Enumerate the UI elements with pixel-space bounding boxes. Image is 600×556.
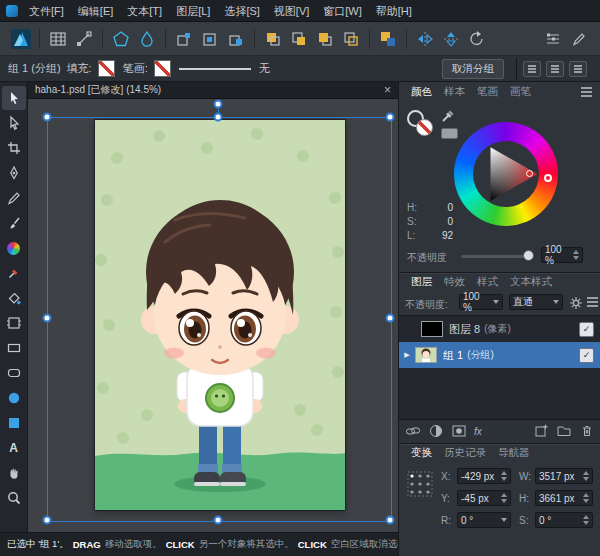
pen-tool[interactable]	[2, 161, 26, 185]
menu-layer[interactable]: 图层[L]	[169, 0, 217, 22]
panel-extra-icon-3[interactable]	[569, 61, 587, 77]
arrange-forward-icon[interactable]	[314, 28, 336, 50]
paint-brush-tool[interactable]	[2, 211, 26, 235]
shade-indicator[interactable]	[526, 170, 533, 177]
tab-brushes[interactable]: 画笔	[504, 85, 537, 99]
new-layer-icon[interactable]	[533, 423, 549, 441]
color-opacity-input[interactable]: 100 %	[541, 247, 583, 263]
rotate-icon[interactable]	[466, 28, 488, 50]
paint-drop-icon[interactable]	[136, 28, 158, 50]
fill-tool[interactable]	[2, 286, 26, 310]
selection-handle[interactable]	[43, 314, 52, 323]
stepper-arrows[interactable]	[583, 515, 589, 525]
selection-handle[interactable]	[43, 113, 52, 122]
stepper-arrows[interactable]	[583, 471, 589, 481]
pencil-tool[interactable]	[2, 186, 26, 210]
s-input[interactable]: 0 °	[535, 512, 593, 528]
tab-effects[interactable]: 特效	[438, 275, 471, 289]
stroke-swatch[interactable]	[154, 60, 171, 77]
selection-handle[interactable]	[386, 314, 395, 323]
insert-behind-icon[interactable]	[173, 28, 195, 50]
adjustment-icon[interactable]	[428, 423, 444, 441]
tab-transform[interactable]: 变换	[405, 446, 438, 460]
pentagon-shape-icon[interactable]	[110, 28, 132, 50]
menu-view[interactable]: 视图[V]	[267, 0, 316, 22]
document-tab[interactable]: haha-1.psd [已修改] (14.5%)	[28, 83, 377, 97]
arrange-front-icon[interactable]	[340, 28, 362, 50]
square-tool[interactable]	[2, 411, 26, 435]
menu-window[interactable]: 窗口[W]	[316, 0, 369, 22]
zoom-tool[interactable]	[2, 486, 26, 510]
tab-styles[interactable]: 样式	[471, 275, 504, 289]
fill-swatch[interactable]	[98, 60, 115, 77]
anchor-point-selector[interactable]	[407, 471, 433, 499]
tab-color[interactable]: 颜色	[405, 85, 438, 99]
panel-menu-icon[interactable]	[581, 91, 592, 93]
tab-text-styles[interactable]: 文本样式	[504, 275, 558, 289]
layer-row[interactable]: 图层 8 (像素) ✓	[399, 316, 600, 342]
insert-inside-icon[interactable]	[199, 28, 221, 50]
panel-extra-icon-2[interactable]	[546, 61, 564, 77]
swap-fill-icon[interactable]	[377, 28, 399, 50]
crop-tool[interactable]	[2, 136, 26, 160]
stepper-arrows[interactable]	[583, 493, 589, 503]
pan-tool[interactable]	[2, 461, 26, 485]
stepper-arrows[interactable]	[501, 493, 507, 503]
new-group-icon[interactable]	[556, 423, 572, 441]
panel-extra-icon-1[interactable]	[523, 61, 541, 77]
stepper-arrows[interactable]	[501, 471, 507, 481]
layer-thumbnail[interactable]	[421, 321, 443, 337]
mask-icon[interactable]	[451, 423, 467, 441]
x-input[interactable]: -429 px	[457, 468, 511, 484]
color-opacity-slider[interactable]	[461, 255, 531, 258]
layers-opacity-dropdown[interactable]: 100 %	[459, 294, 503, 310]
text-tool[interactable]: A	[2, 436, 26, 460]
hsl-triangle[interactable]	[454, 122, 558, 226]
selection-handle[interactable]	[43, 516, 52, 525]
close-tab-icon[interactable]: ×	[377, 83, 398, 97]
fill-color-selector[interactable]	[416, 119, 433, 136]
color-picker-tool[interactable]	[2, 261, 26, 285]
tab-swatches[interactable]: 样本	[438, 85, 471, 99]
stroke-width-value[interactable]: 无	[259, 61, 270, 76]
insert-on-top-icon[interactable]	[225, 28, 247, 50]
tab-stroke[interactable]: 笔画	[471, 85, 504, 99]
link-layer-icon[interactable]	[405, 423, 421, 441]
color-wheel[interactable]	[454, 122, 558, 226]
layer-effects-button[interactable]: fx	[474, 426, 482, 437]
ellipse-tool[interactable]	[2, 386, 26, 410]
y-input[interactable]: -45 px	[457, 490, 511, 506]
flip-vertical-icon[interactable]	[440, 28, 462, 50]
stepper-arrows[interactable]	[573, 250, 579, 260]
layer-row-selected[interactable]: ▶ 组 1 (分组) ✓	[399, 342, 600, 368]
color-wheel-tool[interactable]	[2, 236, 26, 260]
move-tool[interactable]	[2, 86, 26, 110]
color-opacity-knob[interactable]	[523, 250, 534, 261]
selection-handle[interactable]	[214, 113, 223, 122]
menu-help[interactable]: 帮助[H]	[369, 0, 419, 22]
menu-file[interactable]: 文件[F]	[22, 0, 71, 22]
layers-menu-icon[interactable]	[587, 301, 598, 303]
w-input[interactable]: 3517 px	[535, 468, 593, 484]
frame-tool[interactable]	[2, 311, 26, 335]
ungroup-button[interactable]: 取消分组	[442, 59, 504, 79]
layer-order-icon[interactable]	[542, 28, 564, 50]
node-editor-icon[interactable]	[73, 28, 95, 50]
selection-handle[interactable]	[386, 516, 395, 525]
stroke-width-slider[interactable]	[179, 62, 251, 76]
layer-visibility-checkbox[interactable]: ✓	[579, 348, 594, 363]
settings-gear-icon[interactable]	[569, 296, 583, 310]
layer-visibility-checkbox[interactable]: ✓	[579, 322, 594, 337]
arrange-backward-icon[interactable]	[288, 28, 310, 50]
selection-handle[interactable]	[214, 516, 223, 525]
expander-icon[interactable]: ▶	[399, 351, 415, 359]
blend-mode-dropdown[interactable]: 直通	[509, 294, 563, 310]
h-input[interactable]: 3661 px	[535, 490, 593, 506]
group-thumbnail[interactable]	[415, 347, 437, 363]
tab-navigator[interactable]: 导航器	[492, 446, 536, 460]
rectangle-tool[interactable]	[2, 336, 26, 360]
selection-handle[interactable]	[386, 113, 395, 122]
tab-layers[interactable]: 图层	[405, 275, 438, 289]
menu-edit[interactable]: 编辑[E]	[71, 0, 120, 22]
tab-history[interactable]: 历史记录	[438, 446, 492, 460]
